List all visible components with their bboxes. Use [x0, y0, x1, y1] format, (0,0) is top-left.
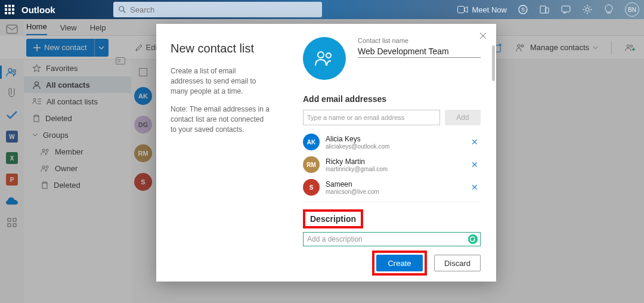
create-button[interactable]: Create: [376, 255, 423, 271]
list-name-input[interactable]: Web Development Team: [358, 45, 481, 58]
svg-rect-6: [546, 8, 549, 13]
avatar-initials: BN: [628, 7, 636, 13]
teams-icon[interactable]: [539, 4, 550, 15]
member-avatar: RM: [303, 156, 320, 173]
camera-icon: [457, 5, 468, 14]
add-email-button[interactable]: Add: [445, 110, 481, 125]
svg-point-0: [119, 7, 124, 11]
svg-text:S: S: [521, 7, 525, 13]
member-row: AK Alicia Keys aliciakeys@outlook.com ✕: [303, 134, 481, 150]
svg-rect-2: [458, 7, 465, 13]
member-avatar: S: [303, 179, 320, 196]
svg-point-8: [586, 8, 589, 11]
dialog-title: New contact list: [171, 42, 270, 55]
member-email: aliciakeys@outlook.com: [326, 143, 463, 150]
meet-now-button[interactable]: Meet Now: [457, 5, 507, 14]
member-row: S Sameen manicson@live.com ✕: [303, 179, 481, 196]
description-label: Description: [310, 214, 356, 224]
email-address-input[interactable]: Type a name or an email address: [303, 110, 440, 125]
search-icon: [118, 5, 126, 14]
list-name-label: Contact list name: [358, 37, 481, 44]
remove-member-button[interactable]: ✕: [469, 160, 481, 169]
settings-icon[interactable]: [582, 4, 593, 15]
group-large-icon: [314, 50, 335, 67]
discard-button[interactable]: Discard: [434, 255, 481, 271]
dialog-right-panel: Contact list name Web Development Team A…: [281, 24, 496, 282]
search-box[interactable]: [113, 2, 322, 17]
new-contact-list-dialog: New contact list Create a list of email …: [156, 24, 496, 282]
brand-label: Outlook: [21, 5, 55, 15]
description-highlight: Description: [303, 209, 363, 228]
svg-rect-7: [562, 6, 570, 12]
member-email: manicson@live.com: [326, 188, 463, 195]
member-email: martinricky@gmail.com: [326, 166, 463, 172]
svg-rect-5: [540, 6, 546, 13]
contact-list-avatar: [303, 37, 346, 80]
header-actions: Meet Now S BN: [457, 0, 644, 19]
remove-member-button[interactable]: ✕: [469, 183, 481, 192]
member-name: Ricky Martin: [326, 157, 463, 166]
user-avatar[interactable]: BN: [625, 2, 639, 17]
description-input[interactable]: Add a description: [303, 232, 481, 246]
svg-point-46: [326, 53, 331, 58]
member-name: Alicia Keys: [326, 135, 463, 143]
svg-point-45: [318, 52, 324, 58]
member-avatar: AK: [303, 134, 320, 150]
member-name: Sameen: [326, 180, 463, 188]
search-input[interactable]: [130, 5, 317, 14]
add-addresses-label: Add email addresses: [303, 94, 481, 104]
member-row: RM Ricky Martin martinricky@gmail.com ✕: [303, 156, 481, 173]
dialog-left-panel: New contact list Create a list of email …: [156, 24, 281, 282]
grammarly-icon: [468, 234, 478, 244]
chat-icon[interactable]: [561, 4, 571, 15]
dialog-description-1: Create a list of email addresses to send…: [171, 66, 270, 96]
skype-icon[interactable]: S: [518, 4, 528, 15]
svg-line-1: [123, 11, 126, 13]
app-header: Outlook Meet Now S BN: [0, 0, 644, 19]
dialog-description-2: Note: The email addresses in a contact l…: [171, 104, 270, 134]
create-highlight: Create: [372, 251, 427, 276]
tips-icon[interactable]: [603, 4, 614, 15]
meet-now-label: Meet Now: [472, 5, 507, 14]
remove-member-button[interactable]: ✕: [469, 137, 481, 147]
app-launcher-button[interactable]: [0, 0, 19, 19]
